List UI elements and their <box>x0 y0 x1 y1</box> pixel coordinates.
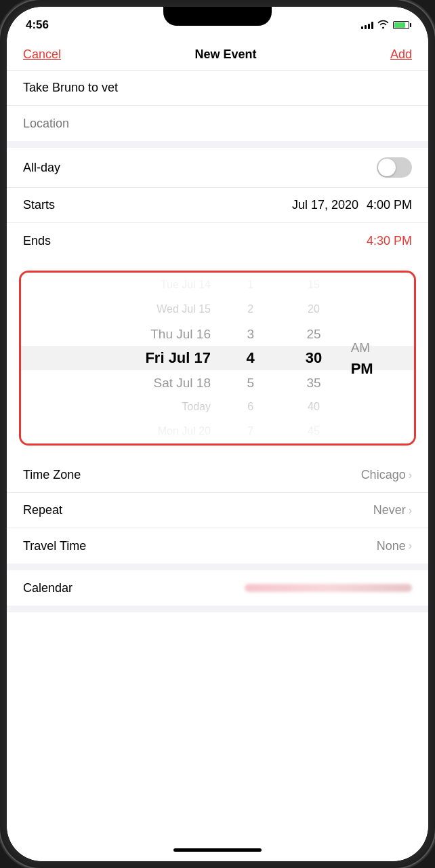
page-title: New Event <box>194 47 256 62</box>
event-details-section <box>7 71 428 141</box>
picker-date-item: Today <box>182 395 211 419</box>
signal-bar-1 <box>361 26 363 29</box>
picker-minute-selected: 30 <box>306 346 322 370</box>
allday-toggle[interactable] <box>377 157 412 178</box>
nav-bar: Cancel New Event Add <box>7 39 428 71</box>
allday-label: All-day <box>23 161 377 175</box>
calendar-label: Calendar <box>23 581 190 595</box>
datetime-section: All-day Starts Jul 17, 2020 4:00 PM <box>7 148 428 258</box>
repeat-row[interactable]: Repeat Never › <box>7 493 428 528</box>
content: All-day Starts Jul 17, 2020 4:00 PM <box>7 71 428 838</box>
picker-date-item: Sat Jul 18 <box>154 370 211 395</box>
divider-3 <box>7 606 428 612</box>
calendar-section: Calendar <box>7 570 428 606</box>
picker-hour-column[interactable]: 1 2 3 4 5 6 7 <box>219 273 282 443</box>
picker-minute-item: 20 <box>308 297 320 321</box>
calendar-value-placeholder <box>245 584 412 592</box>
starts-row[interactable]: Starts Jul 17, 2020 4:00 PM <box>7 188 428 223</box>
allday-row: All-day <box>7 148 428 188</box>
phone-outer: 4:56 <box>0 0 435 868</box>
picker-border: Tue Jul 14 Wed Jul 15 Thu Jul 16 Fri Jul… <box>19 271 416 446</box>
cancel-button[interactable]: Cancel <box>23 47 61 62</box>
home-bar <box>173 848 262 852</box>
starts-label: Starts <box>23 198 292 212</box>
timezone-row[interactable]: Time Zone Chicago › <box>7 458 428 493</box>
picker-minute-column[interactable]: 15 20 25 30 35 40 45 <box>282 273 345 443</box>
travel-value: None <box>377 539 406 553</box>
travel-chevron-icon: › <box>409 540 412 552</box>
signal-bar-2 <box>365 25 367 29</box>
wifi-icon <box>377 20 389 31</box>
picker-date-column[interactable]: Tue Jul 14 Wed Jul 15 Thu Jul 16 Fri Jul… <box>21 273 219 443</box>
location-row <box>7 106 428 141</box>
event-title-row <box>7 71 428 106</box>
picker-inner[interactable]: Tue Jul 14 Wed Jul 15 Thu Jul 16 Fri Jul… <box>21 273 414 443</box>
home-indicator <box>7 838 428 861</box>
picker-minute-item: 25 <box>306 321 320 346</box>
settings-section: Time Zone Chicago › Repeat Never › Trave… <box>7 458 428 564</box>
status-icons <box>361 20 409 31</box>
picker-hour-item: 5 <box>247 370 254 395</box>
timezone-label: Time Zone <box>23 468 361 482</box>
picker-hour-item: 1 <box>247 273 253 297</box>
add-button[interactable]: Add <box>390 47 412 62</box>
picker-minute-item: 35 <box>306 370 320 395</box>
picker-hour-item: 2 <box>247 297 253 321</box>
signal-bars-icon <box>361 21 373 29</box>
picker-am-item: AM <box>351 337 371 359</box>
notch <box>163 7 272 26</box>
starts-date-value: Jul 17, 2020 <box>292 198 358 212</box>
ends-row[interactable]: Ends 4:30 PM <box>7 223 428 258</box>
picker-hour-selected: 4 <box>247 346 255 370</box>
picker-date-item: Tue Jul 14 <box>161 273 211 297</box>
picker-date-item: Thu Jul 16 <box>150 321 211 346</box>
allday-toggle-track[interactable] <box>377 157 412 178</box>
travel-label: Travel Time <box>23 539 377 553</box>
battery-icon <box>393 21 409 29</box>
signal-bar-4 <box>371 22 373 29</box>
picker-minute-item: 45 <box>308 419 320 443</box>
picker-hour-item: 3 <box>247 321 254 346</box>
timezone-chevron-icon: › <box>409 469 412 481</box>
event-title-input[interactable] <box>23 81 412 95</box>
battery-fill <box>394 22 405 28</box>
allday-toggle-thumb <box>378 159 396 176</box>
picker-date-item: Wed Jul 15 <box>157 297 211 321</box>
picker-minute-item: 40 <box>308 395 320 419</box>
calendar-row[interactable]: Calendar <box>7 570 428 606</box>
phone-inner: 4:56 <box>7 7 428 861</box>
starts-time-value: 4:00 PM <box>367 198 412 212</box>
picker-minute-item: 15 <box>308 273 320 297</box>
ends-time-value: 4:30 PM <box>367 234 412 248</box>
picker-date-item: Mon Jul 20 <box>158 419 211 443</box>
repeat-label: Repeat <box>23 503 373 517</box>
picker-ampm-column[interactable]: AM PM <box>346 273 414 443</box>
travel-row[interactable]: Travel Time None › <box>7 528 428 564</box>
picker-section: Tue Jul 14 Wed Jul 15 Thu Jul 16 Fri Jul… <box>7 258 428 458</box>
repeat-value: Never <box>373 503 406 517</box>
divider-2 <box>7 564 428 570</box>
picker-hour-item: 7 <box>247 419 253 443</box>
timezone-value: Chicago <box>361 468 406 482</box>
location-input[interactable] <box>23 117 412 131</box>
divider-1 <box>7 141 428 148</box>
picker-hour-item: 6 <box>247 395 253 419</box>
ends-label: Ends <box>23 234 367 248</box>
screen: 4:56 <box>7 7 428 861</box>
repeat-chevron-icon: › <box>409 505 412 517</box>
signal-bar-3 <box>368 24 370 29</box>
picker-pm-selected: PM <box>351 358 373 380</box>
status-time: 4:56 <box>26 18 49 32</box>
picker-date-selected: Fri Jul 17 <box>145 346 211 370</box>
